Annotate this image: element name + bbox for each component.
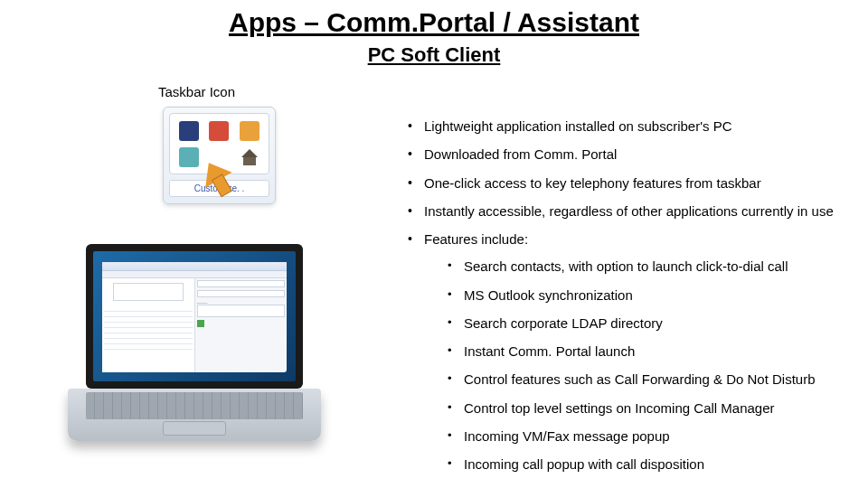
bullet-item: One-click access to key telephony featur… bbox=[402, 174, 850, 192]
bullet-item: Features include: Search contacts, with … bbox=[402, 230, 850, 474]
sub-bullet-item: Instant Comm. Portal launch bbox=[424, 343, 850, 361]
tray-icon-app bbox=[240, 147, 259, 167]
bullet-item: Instantly accessible, regardless of othe… bbox=[402, 202, 850, 221]
bullet-text: Features include: bbox=[424, 231, 528, 247]
tray-icon bbox=[179, 147, 199, 167]
laptop-illustration: ——— bbox=[68, 244, 321, 452]
bullet-item: Downloaded from Comm. Portal bbox=[402, 145, 850, 164]
sub-bullet-item: Control top level settings on Incoming C… bbox=[424, 399, 850, 418]
sub-bullet-item: Incoming VM/Fax message popup bbox=[424, 427, 850, 446]
laptop-base bbox=[68, 389, 321, 441]
sub-bullet-item: Incoming call popup with call dispositio… bbox=[424, 455, 850, 474]
app-window-screenshot: ——— bbox=[102, 262, 287, 372]
tray-icon bbox=[209, 121, 229, 141]
call-icon bbox=[197, 320, 204, 327]
feature-bullets: Lightweight application installed on sub… bbox=[402, 117, 850, 483]
page-subtitle: PC Soft Client bbox=[0, 43, 868, 67]
bullet-item: Lightweight application installed on sub… bbox=[402, 117, 850, 136]
tray-icon bbox=[240, 121, 259, 141]
sub-bullet-item: Search corporate LDAP directory bbox=[424, 314, 850, 333]
taskbar-label: Taskbar Icon bbox=[158, 84, 235, 99]
sub-bullet-item: Control features such as Call Forwarding… bbox=[424, 371, 850, 389]
laptop-screen: ——— bbox=[86, 244, 303, 389]
sub-bullet-item: MS Outlook synchronization bbox=[424, 286, 850, 305]
sub-bullet-item: Search contacts, with option to launch c… bbox=[424, 258, 850, 276]
page-title: Apps – Comm.Portal / Assistant bbox=[0, 7, 868, 38]
tray-icon bbox=[179, 121, 199, 141]
